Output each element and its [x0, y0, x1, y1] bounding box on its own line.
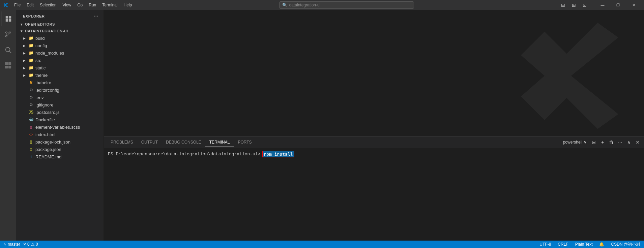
file-gitignore[interactable]: ⚙ .gitignore	[16, 101, 104, 108]
index-html-icon: <>	[28, 132, 34, 136]
sidebar-toggle[interactable]: ⊟	[558, 2, 568, 8]
activity-extensions[interactable]	[1, 58, 16, 73]
folder-config[interactable]: ▶ 📁 config	[16, 42, 104, 49]
config-arrow: ▶	[23, 44, 28, 48]
folder-build[interactable]: ▶ 📁 build	[16, 34, 104, 42]
sidebar-title-text: EXPLORER	[23, 14, 45, 18]
status-errors[interactable]: ✕ 0 ⚠ 0	[22, 242, 39, 247]
close-panel-button[interactable]: ✕	[634, 138, 641, 146]
menu-go[interactable]: Go	[75, 2, 85, 8]
editor-layout[interactable]: ⊞	[569, 2, 579, 8]
index-html-label: index.html	[35, 132, 55, 137]
svg-point-6	[6, 48, 10, 52]
search-box[interactable]: 🔍 dataintegration-ui	[279, 1, 414, 9]
status-bar: ⑂ master ✕ 0 ⚠ 0 UTF-8 CRLF Plain Text 🔔…	[0, 241, 644, 248]
minimize-button[interactable]: —	[595, 0, 610, 10]
src-arrow: ▶	[23, 59, 28, 62]
maximize-panel-button[interactable]: ∧	[625, 138, 633, 146]
tab-output[interactable]: OUTPUT	[137, 138, 162, 147]
svg-rect-11	[8, 66, 11, 68]
error-icon: ✕ 0	[23, 242, 30, 247]
menu-view[interactable]: View	[60, 2, 74, 8]
titlebar-layout-actions: ⊟ ⊞ ⊡	[558, 2, 589, 8]
file-readme[interactable]: ℹ README.md	[16, 153, 104, 160]
activity-search[interactable]	[1, 42, 16, 57]
folder-node-modules[interactable]: ▶ 📁 node_modules	[16, 49, 104, 57]
status-branch[interactable]: ⑂ master	[3, 242, 22, 247]
titlebar: File Edit Selection View Go Run Terminal…	[0, 0, 644, 10]
package-lock-icon: {}	[28, 140, 34, 144]
close-button[interactable]: ✕	[626, 0, 641, 10]
project-chevron: ▼	[19, 28, 24, 34]
add-terminal-button[interactable]: +	[599, 138, 606, 146]
project-section[interactable]: ▼ DATAINTEGRATION-UI	[16, 28, 104, 34]
more-terminal-button[interactable]: ···	[616, 138, 624, 146]
activity-explorer[interactable]	[1, 11, 16, 26]
file-tree: ▼ OPEN EDITORS ▼ DATAINTEGRATION-UI ▶ 📁 …	[16, 21, 104, 241]
status-notifications[interactable]: 🔔	[598, 242, 606, 247]
dockerfile-icon: 🐳	[28, 117, 34, 122]
file-babelrc[interactable]: B .babelrc	[16, 79, 104, 86]
activity-bar	[0, 10, 16, 241]
tab-terminal[interactable]: TERMINAL	[205, 138, 234, 147]
shell-label: powershell	[563, 140, 582, 145]
terminal-body[interactable]: PS D:\code\opensource\data-integration\d…	[104, 148, 644, 241]
svg-point-2	[9, 32, 11, 33]
build-folder-icon: 📁	[28, 36, 34, 40]
file-package-json[interactable]: {} package.json	[16, 146, 104, 153]
tab-debug-console[interactable]: DEBUG CONSOLE	[162, 138, 205, 147]
sidebar-header-actions: ···	[93, 13, 99, 20]
encoding-label: UTF-8	[539, 242, 551, 247]
env-label: .env	[35, 95, 44, 100]
tab-problems[interactable]: PROBLEMS	[107, 138, 137, 147]
file-element-variables[interactable]: {} element-variables.scss	[16, 123, 104, 131]
warning-icon: ⚠ 0	[31, 242, 38, 247]
menu-run[interactable]: Run	[86, 2, 99, 8]
node-modules-label: node_modules	[35, 51, 64, 56]
package-json-label: package.json	[35, 147, 61, 152]
more-options-button[interactable]: ···	[93, 13, 99, 20]
tab-ports[interactable]: PORTS	[234, 138, 256, 147]
folder-theme[interactable]: ▶ 📁 theme	[16, 71, 104, 79]
src-label: src	[35, 58, 41, 63]
status-encoding[interactable]: UTF-8	[538, 242, 552, 247]
file-editorconfig[interactable]: ⚙ .editorconfig	[16, 86, 104, 94]
branch-icon: ⑂	[4, 242, 6, 247]
menu-file[interactable]: File	[11, 2, 23, 8]
svg-rect-10	[5, 66, 8, 68]
node-modules-arrow: ▶	[23, 51, 28, 55]
maximize-button[interactable]: ❐	[610, 0, 626, 10]
file-dockerfile[interactable]: 🐳 Dockerfile	[16, 116, 104, 123]
activity-source-control[interactable]	[1, 27, 16, 42]
project-label: DATAINTEGRATION-UI	[25, 29, 68, 33]
folder-static[interactable]: ▶ 📁 static	[16, 64, 104, 71]
menu-edit[interactable]: Edit	[24, 2, 36, 8]
terminal-shell-selector[interactable]: powershell ∨	[561, 139, 589, 145]
menu-selection[interactable]: Selection	[37, 2, 59, 8]
kill-terminal-button[interactable]: 🗑	[608, 138, 615, 146]
terminal-panel: PROBLEMS OUTPUT DEBUG CONSOLE TERMINAL P…	[104, 136, 644, 241]
file-index-html[interactable]: <> index.html	[16, 131, 104, 138]
postcssrc-icon: JS	[28, 110, 34, 115]
status-line-endings[interactable]: CRLF	[556, 242, 569, 247]
search-text: dataintegration-ui	[289, 3, 321, 7]
menu-terminal[interactable]: Terminal	[99, 2, 120, 8]
menu-help[interactable]: Help	[121, 2, 135, 8]
open-editors-chevron: ▼	[19, 22, 24, 27]
static-folder-icon: 📁	[28, 65, 34, 70]
element-variables-icon: {}	[28, 125, 34, 129]
editorconfig-icon: ⚙	[28, 88, 34, 92]
file-package-lock[interactable]: {} package-lock.json	[16, 138, 104, 146]
file-postcssrc[interactable]: JS .postcssrc.js	[16, 108, 104, 116]
line-endings-label: CRLF	[558, 242, 568, 247]
search-icon: 🔍	[282, 3, 287, 7]
split-terminal-button[interactable]: ⊟	[590, 138, 597, 146]
file-env[interactable]: ⚙ .env	[16, 94, 104, 101]
editor-area: PROBLEMS OUTPUT DEBUG CONSOLE TERMINAL P…	[104, 10, 644, 241]
status-language[interactable]: Plain Text	[574, 242, 594, 247]
split-editor[interactable]: ⊡	[580, 2, 589, 8]
config-label: config	[35, 43, 47, 48]
open-editors-section[interactable]: ▼ OPEN EDITORS	[16, 21, 104, 28]
folder-src[interactable]: ▶ 📁 src	[16, 57, 104, 64]
menu-bar: File Edit Selection View Go Run Terminal…	[11, 2, 135, 8]
